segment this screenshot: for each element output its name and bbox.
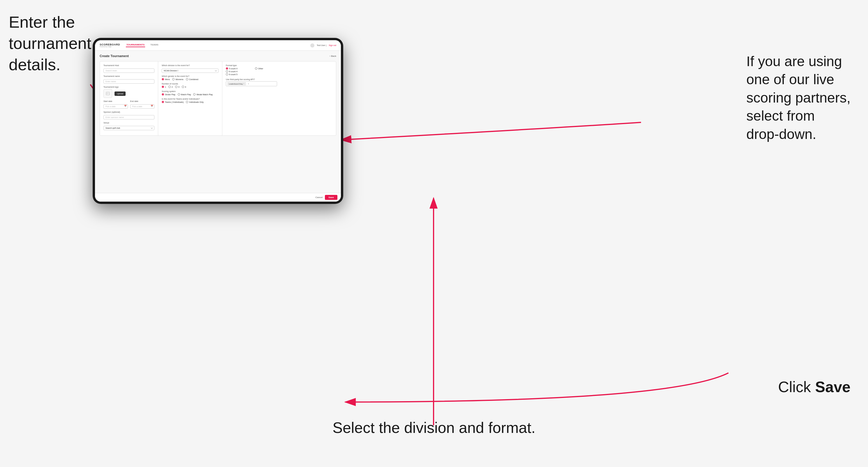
page-title: Create Tournament: [100, 54, 129, 58]
venue-label: Venue: [103, 122, 154, 124]
rounds-3[interactable]: 3: [175, 86, 180, 88]
gender-womens-label: Womens: [176, 79, 184, 81]
live-scoring-tag-close[interactable]: ×: [243, 83, 244, 85]
live-scoring-label: Use third-party live scoring API?: [226, 79, 277, 81]
tab-tournaments[interactable]: TOURNAMENTS: [126, 43, 145, 47]
annotation-top-left: Enter the tournament details.: [9, 12, 91, 75]
gender-womens-radio[interactable]: [172, 78, 175, 81]
signout-link[interactable]: Sign out: [329, 44, 336, 46]
rounds-4-radio[interactable]: [182, 86, 184, 88]
rounds-1[interactable]: 1: [162, 86, 166, 88]
format-6count4[interactable]: 6 count 4: [226, 70, 238, 72]
start-date-label: Start date: [103, 100, 128, 102]
scoring-match-radio[interactable]: [178, 93, 180, 96]
format-group: Format type 5 count 4 6 count 4: [226, 64, 277, 76]
live-scoring-group: Use third-party live scoring API? Leader…: [226, 79, 277, 86]
rounds-2-radio[interactable]: [168, 86, 171, 88]
format-options-left: 5 count 4 6 count 4 6 count 5: [226, 67, 238, 76]
rounds-1-radio[interactable]: [162, 86, 164, 88]
back-link[interactable]: ‹ Back: [330, 55, 336, 57]
division-select[interactable]: NCAA Division I: [162, 68, 219, 73]
live-scoring-tag: Leaderboard King ×: [227, 82, 246, 85]
sponsor-label: Sponsor (optional): [103, 111, 154, 113]
cancel-button[interactable]: Cancel: [315, 196, 322, 199]
logo-group: Tournament logo Upload: [103, 86, 154, 98]
event-type-group: Is this event for Teams and/or Individua…: [162, 98, 219, 103]
tournament-name-input[interactable]: [103, 79, 154, 84]
tablet-screen: SCOREBOARD Powered by Clippi TOURNAMENTS…: [95, 40, 341, 201]
scoring-stroke-label: Stroke Play: [165, 94, 176, 96]
sponsor-input[interactable]: [103, 115, 154, 119]
form-footer: Cancel Save: [95, 193, 341, 201]
format-6count5[interactable]: 6 count 5: [226, 73, 238, 75]
rounds-2[interactable]: 2: [168, 86, 173, 88]
scoring-stroke-radio[interactable]: [162, 93, 164, 96]
tablet-device: SCOREBOARD Powered by Clippi TOURNAMENTS…: [93, 38, 343, 204]
gender-mens-label: Mens: [165, 79, 170, 81]
gender-combined[interactable]: Combined: [186, 78, 198, 81]
scoring-medal-label: Medal Match Play: [196, 94, 213, 96]
calendar-icon-end: 📅: [151, 105, 153, 107]
scoring-stroke[interactable]: Stroke Play: [162, 93, 176, 96]
gender-mens-radio[interactable]: [162, 78, 164, 81]
format-6count5-label: 6 count 5: [229, 73, 238, 75]
form-col-2: Which division is the event for? NCAA Di…: [158, 61, 222, 135]
gender-womens[interactable]: Womens: [172, 78, 184, 81]
scoring-match[interactable]: Match Play: [178, 93, 191, 96]
format-other-radio[interactable]: [255, 67, 257, 70]
rounds-2-label: 2: [172, 86, 173, 88]
live-scoring-tag-text: Leaderboard King: [229, 83, 243, 85]
event-individuals-radio[interactable]: [186, 101, 188, 103]
name-group: Tournament name: [103, 75, 154, 84]
format-5count4[interactable]: 5 count 4: [226, 67, 238, 70]
scoring-label: Scoring system: [162, 90, 219, 92]
event-teams-radio[interactable]: [162, 101, 164, 103]
gender-combined-label: Combined: [189, 79, 198, 81]
logo-label: Tournament logo: [103, 86, 154, 88]
upload-button[interactable]: Upload: [115, 91, 126, 96]
logo-subtitle: Powered by Clippi: [100, 46, 120, 48]
tag-caret: ▼: [248, 83, 249, 85]
format-6count5-radio[interactable]: [226, 73, 228, 75]
scoring-medal-radio[interactable]: [193, 93, 195, 96]
rounds-radio-group: 1 2 3 4: [162, 86, 219, 88]
scoring-match-label: Match Play: [181, 94, 191, 96]
gender-combined-radio[interactable]: [186, 78, 188, 81]
format-6count4-radio[interactable]: [226, 70, 228, 72]
logo-upload-area: Upload: [103, 89, 154, 98]
event-type-radio-group: Teams (+Individuals) Individuals Only: [162, 101, 219, 103]
scoring-medal[interactable]: Medal Match Play: [193, 93, 213, 96]
main-content: Create Tournament ‹ Back Tournament Host…: [95, 51, 341, 193]
rounds-3-radio[interactable]: [175, 86, 178, 88]
page-header: Create Tournament ‹ Back: [100, 54, 336, 58]
end-date-wrap: 📅: [130, 103, 155, 109]
event-teams[interactable]: Teams (+Individuals): [162, 101, 184, 103]
venue-select[interactable]: Search golf club: [103, 126, 154, 130]
form-col-3: Format type 5 count 4 6 count 4: [222, 61, 281, 135]
rounds-3-label: 3: [178, 86, 180, 88]
format-label: Format type: [226, 64, 277, 66]
gender-radio-group: Mens Womens Combined: [162, 78, 219, 81]
event-teams-label: Teams (+Individuals): [165, 101, 184, 103]
host-group: Tournament Host: [103, 64, 154, 73]
logo-placeholder: [103, 89, 112, 98]
live-scoring-tag-input[interactable]: Leaderboard King × ▼: [226, 81, 277, 86]
svg-point-6: [107, 93, 107, 94]
format-5count4-radio[interactable]: [226, 67, 228, 70]
format-other-col: Other: [255, 67, 264, 76]
division-group: Which division is the event for? NCAA Di…: [162, 64, 219, 73]
event-individuals[interactable]: Individuals Only: [186, 101, 204, 103]
format-other[interactable]: Other: [255, 67, 264, 70]
rounds-label: Number of rounds: [162, 83, 219, 85]
format-6count4-label: 6 count 4: [229, 70, 238, 72]
calendar-icon-start: 📅: [124, 105, 127, 107]
rounds-4[interactable]: 4: [182, 86, 186, 88]
sponsor-group: Sponsor (optional): [103, 111, 154, 119]
gender-mens[interactable]: Mens: [162, 78, 170, 81]
nav-right: Test User | Sign out: [310, 43, 336, 48]
save-button[interactable]: Save: [325, 195, 337, 200]
tab-teams[interactable]: TEAMS: [150, 43, 159, 47]
host-input[interactable]: [103, 68, 154, 73]
gender-group: Which gender is the event for? Mens Wome…: [162, 75, 219, 81]
create-tournament-form: Tournament Host Tournament name Tourname…: [100, 61, 336, 136]
